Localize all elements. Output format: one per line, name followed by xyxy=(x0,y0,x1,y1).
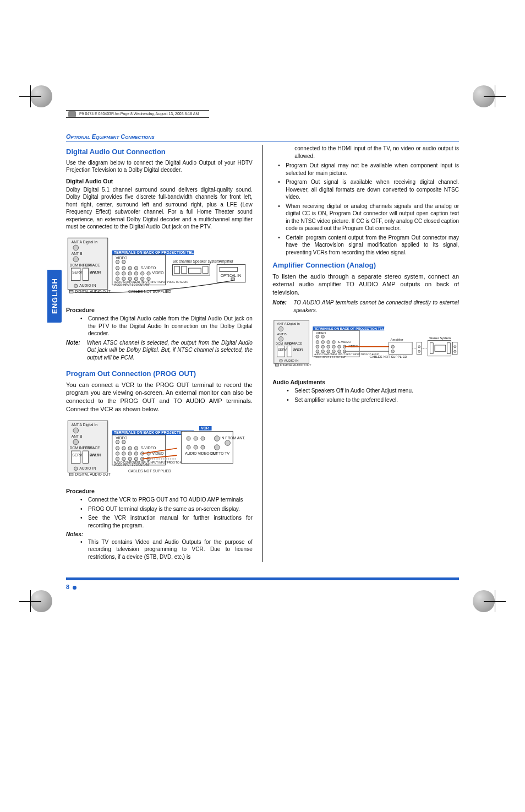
section-title: Optional Equipment Connections xyxy=(66,133,459,141)
svg-text:DIGITAL AUDIO OUT: DIGITAL AUDIO OUT xyxy=(75,472,111,476)
svg-text:Six channel Speaker system: Six channel Speaker system xyxy=(173,259,220,264)
svg-text:IN FROM ANT.: IN FROM ANT. xyxy=(221,436,245,440)
svg-point-143 xyxy=(316,350,319,353)
list-item: Connect the Digital Audio cable from the… xyxy=(80,315,253,337)
diagram-amplifier-connection: ANT A Digital In ANT B DCM INTERFACE SER… xyxy=(272,319,459,368)
svg-text:CABLES NOT SUPPLIED: CABLES NOT SUPPLIED xyxy=(128,469,171,473)
svg-text:A/V IN: A/V IN xyxy=(90,270,101,274)
svg-point-22 xyxy=(122,266,125,270)
svg-text:CABLES NOT SUPPLIED: CABLES NOT SUPPLIED xyxy=(128,290,171,293)
svg-point-139 xyxy=(332,345,336,348)
svg-text:ANT B: ANT B xyxy=(277,333,287,336)
paragraph: You can connect a VCR to the PROG OUT te… xyxy=(66,381,253,413)
svg-point-20 xyxy=(122,260,125,263)
svg-point-21 xyxy=(116,266,119,270)
svg-point-81 xyxy=(128,452,132,455)
list-item: Certain program content output from the … xyxy=(272,234,459,257)
svg-text:HDMI: HDMI xyxy=(83,263,92,267)
svg-text:CABLES NOT SUPPLIED: CABLES NOT SUPPLIED xyxy=(370,355,407,358)
svg-point-57 xyxy=(73,439,79,445)
list-item: Select Speakers Off in Audio Other Adjus… xyxy=(287,387,459,395)
language-tab: ENGLISH xyxy=(47,270,62,323)
svg-point-35 xyxy=(128,277,132,280)
svg-point-147 xyxy=(338,350,341,353)
svg-point-55 xyxy=(73,428,79,433)
list-item: See the VCR instruction manual for furth… xyxy=(80,514,253,529)
svg-point-163 xyxy=(418,350,420,352)
left-column: Digital Audio Out Connection Use the dia… xyxy=(66,145,253,562)
svg-point-30 xyxy=(141,271,144,275)
svg-text:S-VIDEO: S-VIDEO xyxy=(338,340,352,344)
notes-list: This TV contains Video and Audio Outputs… xyxy=(66,538,253,561)
note-label: Note: xyxy=(272,299,290,314)
svg-point-64 xyxy=(74,467,78,470)
svg-text:VIDEO: VIDEO xyxy=(116,436,127,440)
svg-point-133 xyxy=(327,341,330,344)
svg-text:AUDIO IN: AUDIO IN xyxy=(79,466,96,470)
svg-point-29 xyxy=(134,271,138,275)
list-item: Program Out signal is available when rec… xyxy=(272,178,459,201)
svg-rect-159 xyxy=(447,343,451,354)
svg-point-89 xyxy=(134,457,138,460)
svg-rect-49 xyxy=(220,267,237,271)
svg-rect-123 xyxy=(276,364,279,366)
note-text: When ATSC channel is selected, the outpu… xyxy=(87,339,253,362)
svg-point-74 xyxy=(116,446,119,450)
svg-point-134 xyxy=(332,341,336,344)
running-header-text: P9 0474 E 080403R.fm Page 8 Wednesday, A… xyxy=(79,112,199,116)
svg-point-88 xyxy=(128,457,132,460)
svg-point-87 xyxy=(122,457,125,460)
svg-text:TERMINALS ON BACK OF PROJECTIO: TERMINALS ON BACK OF PROJECTION TELEVISI… xyxy=(314,327,397,330)
svg-point-4 xyxy=(73,257,79,262)
svg-text:VIDEO INPUT      1      2     : VIDEO INPUT 1 2 3 OUT AMP xyxy=(314,356,346,358)
svg-point-79 xyxy=(116,452,119,455)
svg-rect-158 xyxy=(435,345,446,351)
svg-point-121 xyxy=(280,359,283,362)
svg-text:Amplifier: Amplifier xyxy=(391,338,403,341)
content-columns: Digital Audio Out Connection Use the dia… xyxy=(66,145,459,562)
svg-rect-61 xyxy=(83,451,89,464)
svg-text:HDMI: HDMI xyxy=(83,446,92,450)
svg-rect-8 xyxy=(83,268,89,281)
heading-procedure: Procedure xyxy=(66,487,253,495)
column-divider xyxy=(262,145,263,562)
svg-point-136 xyxy=(316,345,319,348)
svg-rect-13 xyxy=(69,290,73,293)
heading-prog-out-connection: Program Out Connection (PROG OUT) xyxy=(66,369,253,379)
note: Note: TO AUDIO AMP terminals cannot be c… xyxy=(272,299,459,314)
svg-point-114 xyxy=(279,337,283,341)
svg-point-130 xyxy=(321,335,325,339)
note: Note: When ATSC channel is selected, the… xyxy=(66,339,253,362)
svg-text:ANT A Digital In: ANT A Digital In xyxy=(72,240,97,244)
svg-rect-45 xyxy=(189,268,201,274)
book-icon xyxy=(68,111,76,117)
svg-text:VIDEO: VIDEO xyxy=(316,331,326,335)
svg-point-129 xyxy=(316,335,319,339)
svg-point-104 xyxy=(194,445,198,449)
svg-point-105 xyxy=(201,445,205,449)
paragraph: To listen the audio through a separate s… xyxy=(272,273,459,297)
svg-text:VIDEO INPUT      1      2     : VIDEO INPUT 1 2 3 OUT AMP xyxy=(114,284,150,286)
procedure-list: Connect the VCR to PROG OUT and TO AUDIO… xyxy=(66,496,253,529)
svg-point-19 xyxy=(116,260,119,263)
svg-rect-157 xyxy=(430,343,434,354)
svg-point-155 xyxy=(391,350,395,353)
svg-point-101 xyxy=(214,436,220,442)
svg-point-27 xyxy=(122,271,125,275)
procedure-list: Connect the Digital Audio cable from the… xyxy=(66,315,253,337)
page-number: 8 xyxy=(66,584,459,590)
heading-audio-adjustments: Audio Adjustments xyxy=(272,378,459,386)
svg-point-77 xyxy=(134,446,138,450)
page: P9 0474 E 080403R.fm Page 8 Wednesday, A… xyxy=(0,0,525,667)
svg-text:ANT B: ANT B xyxy=(72,434,83,438)
running-header: P9 0474 E 080403R.fm Page 8 Wednesday, A… xyxy=(66,110,209,118)
svg-text:AUDIO IN: AUDIO IN xyxy=(79,284,96,287)
svg-point-165 xyxy=(454,346,456,348)
svg-point-82 xyxy=(134,452,138,455)
audio-adjustments-list: Select Speakers Off in Audio Other Adjus… xyxy=(272,387,459,404)
list-item: Set amplifier volume to the preferred le… xyxy=(287,396,459,404)
svg-point-80 xyxy=(122,452,125,455)
note-text: TO AUDIO AMP terminals cannot be connect… xyxy=(293,299,459,314)
heading-digital-audio-out: Digital Audio Out xyxy=(66,177,253,185)
svg-point-11 xyxy=(74,284,78,287)
